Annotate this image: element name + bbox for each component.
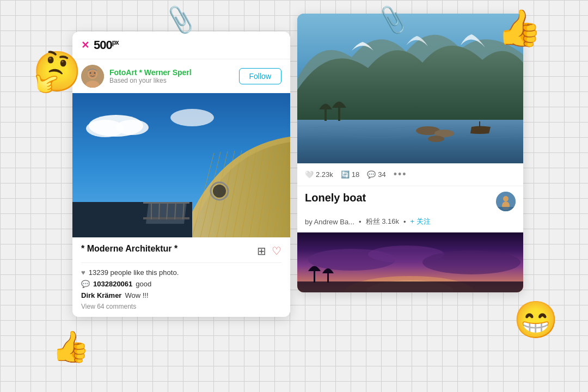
comment-text-1: good bbox=[136, 280, 151, 288]
card-header: ✕ 500px bbox=[72, 32, 290, 59]
comment-icon: 💬 bbox=[81, 280, 90, 288]
svg-line-29 bbox=[159, 202, 160, 219]
logo-500px: 500px bbox=[94, 38, 119, 52]
likes-value: 2.23k bbox=[316, 170, 333, 179]
heart-outline-icon: 🤍 bbox=[305, 170, 314, 179]
svg-rect-40 bbox=[338, 107, 340, 121]
svg-point-42 bbox=[503, 196, 509, 201]
smile-emoji: 😁 bbox=[513, 302, 558, 338]
comment-bubble-icon: 💬 bbox=[367, 170, 376, 179]
author-avatar-svg bbox=[496, 192, 516, 211]
architecture-photo-svg bbox=[72, 93, 290, 237]
scene: ✕ 500px FotoArt * Werne bbox=[0, 0, 588, 392]
photo-bottom: * Moderne Architektur * ⊞ ♡ ♥ 13239 peop… bbox=[72, 237, 290, 317]
separator: • bbox=[359, 218, 362, 226]
svg-rect-34 bbox=[297, 120, 523, 163]
stat-comments: 💬 34 bbox=[367, 170, 385, 179]
left-card: ✕ 500px FotoArt * Werne bbox=[72, 32, 290, 317]
user-info: FotoArt * Werner Sperl Based on your lik… bbox=[109, 68, 234, 84]
comment-row-1: 💬 1032820061 good bbox=[81, 280, 281, 288]
shares-value: 18 bbox=[352, 170, 359, 179]
svg-rect-44 bbox=[496, 207, 516, 211]
svg-rect-39 bbox=[324, 109, 327, 121]
svg-point-37 bbox=[428, 136, 444, 142]
svg-point-24 bbox=[213, 185, 226, 198]
more-options-icon[interactable]: ••• bbox=[394, 169, 407, 180]
stat-likes: 🤍 2.23k bbox=[305, 170, 333, 179]
svg-point-9 bbox=[116, 120, 149, 135]
landscape-svg bbox=[297, 14, 523, 163]
author-name: by Andrew Ba... bbox=[305, 218, 354, 226]
svg-rect-52 bbox=[314, 271, 315, 283]
logo-px: px bbox=[112, 39, 119, 46]
comments-value: 34 bbox=[378, 170, 385, 179]
avatar-svg bbox=[81, 65, 104, 88]
author-avatar bbox=[496, 192, 516, 211]
svg-rect-27 bbox=[143, 202, 189, 204]
commenter-2: Dirk Krämer bbox=[81, 291, 121, 299]
user-sub: Based on your likes bbox=[109, 77, 234, 84]
svg-rect-53 bbox=[327, 273, 329, 283]
right-author-row: by Andrew Ba... • 粉丝 3.16k • + 关注 bbox=[297, 215, 523, 232]
stat-shares: 🔄 18 bbox=[341, 170, 359, 179]
svg-point-10 bbox=[170, 109, 214, 126]
paperclip-left: 📎 bbox=[163, 4, 197, 36]
main-photo bbox=[72, 93, 290, 237]
svg-rect-51 bbox=[297, 281, 523, 292]
thumbs-up-bottom-emoji: 👍 bbox=[52, 332, 90, 362]
view-comments-link[interactable]: View 64 comments bbox=[81, 303, 281, 310]
follow-button[interactable]: Follow bbox=[239, 68, 281, 84]
sunset-svg bbox=[297, 232, 523, 292]
right-photo-top bbox=[297, 14, 523, 163]
right-photo-bottom bbox=[297, 232, 523, 292]
likes-row: ♥ 13239 people like this photo. bbox=[81, 268, 281, 277]
add-to-collection-icon[interactable]: ⊞ bbox=[257, 244, 266, 258]
svg-point-48 bbox=[422, 250, 520, 274]
action-icons: ⊞ ♡ bbox=[257, 244, 281, 258]
right-photo-title: Lonely boat bbox=[305, 192, 366, 204]
right-card: 🤍 2.23k 🔄 18 💬 34 ••• Lonely boat bbox=[297, 14, 523, 292]
separator-2: • bbox=[403, 218, 406, 226]
comment-row-2: Dirk Krämer Wow !!! bbox=[81, 291, 281, 299]
svg-point-4 bbox=[90, 72, 91, 74]
logo-x-icon: ✕ bbox=[81, 39, 89, 51]
thinking-emoji: 🤔 bbox=[33, 52, 82, 91]
follow-chinese-button[interactable]: + 关注 bbox=[411, 217, 431, 226]
fans-count: 粉丝 3.16k bbox=[366, 217, 399, 226]
user-suggestion-row: FotoArt * Werner Sperl Based on your lik… bbox=[72, 59, 290, 93]
comment-text-2: Wow !!! bbox=[125, 291, 148, 299]
avatar bbox=[81, 65, 104, 88]
photo-title: * Moderne Architektur * bbox=[81, 244, 177, 254]
commenter-1: 1032820061 bbox=[93, 280, 132, 288]
heart-icon[interactable]: ♡ bbox=[272, 244, 281, 258]
logo-area: ✕ 500px bbox=[81, 38, 119, 52]
right-photo-info: 🤍 2.23k 🔄 18 💬 34 ••• bbox=[297, 163, 523, 186]
user-name: FotoArt * Werner Sperl bbox=[109, 68, 234, 77]
right-stats: 🤍 2.23k 🔄 18 💬 34 ••• bbox=[305, 169, 516, 180]
comment-section: ♥ 13239 people like this photo. 💬 103282… bbox=[81, 262, 281, 310]
heart-small-icon: ♥ bbox=[81, 268, 85, 277]
paperclip-right: 📎 bbox=[376, 4, 409, 36]
thumbs-up-top-emoji: 👍 bbox=[497, 10, 542, 46]
likes-count: 13239 people like this photo. bbox=[89, 268, 179, 277]
share-icon: 🔄 bbox=[341, 170, 350, 179]
right-photo-title-row: Lonely boat bbox=[297, 186, 523, 215]
svg-rect-38 bbox=[479, 121, 480, 127]
svg-point-5 bbox=[94, 72, 96, 74]
